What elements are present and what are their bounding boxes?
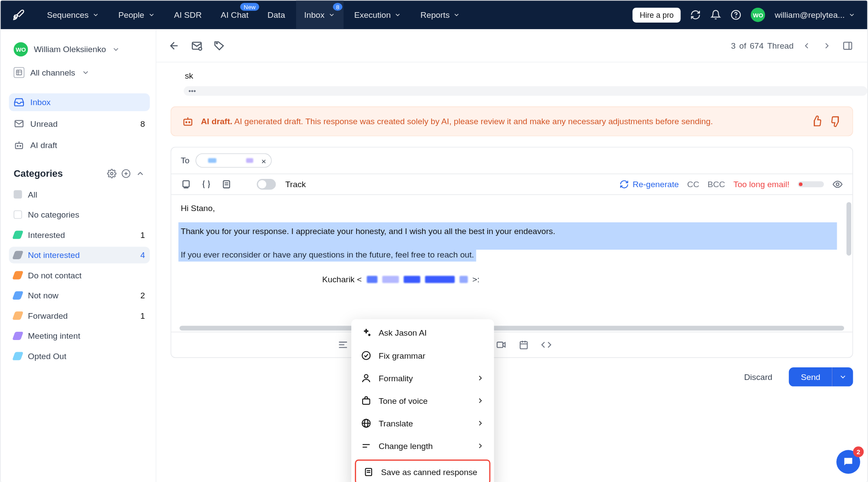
send-dropdown[interactable] — [832, 367, 853, 386]
cat-do-not-contact[interactable]: Do not contact — [9, 267, 150, 284]
expand-thread-button[interactable]: ••• — [184, 86, 867, 96]
mail-icon — [13, 118, 24, 129]
chevron-down-icon — [112, 45, 120, 53]
svg-point-56 — [362, 351, 370, 359]
tag-icon — [12, 291, 23, 300]
align-left-icon[interactable] — [338, 340, 349, 350]
send-button[interactable]: Send — [789, 367, 832, 386]
nav-data[interactable]: Data — [259, 0, 294, 29]
prev-thread-icon[interactable] — [799, 38, 814, 53]
ctx-change-length[interactable]: Change length — [351, 435, 494, 457]
channels-icon — [13, 67, 24, 78]
sidebar-item-unread[interactable]: Unread 8 — [9, 115, 150, 132]
preview-icon[interactable] — [832, 179, 843, 190]
avatar[interactable]: WO — [751, 8, 765, 22]
ctx-tone[interactable]: Tone of voice — [351, 390, 494, 412]
person-icon — [361, 373, 372, 383]
svg-rect-2 — [17, 70, 22, 75]
cat-opted-out[interactable]: Opted Out — [9, 348, 150, 364]
cc-button[interactable]: CC — [687, 179, 700, 189]
remove-recipient-icon[interactable]: × — [261, 156, 266, 166]
cat-all[interactable]: All — [9, 186, 150, 202]
ctx-fix-grammar[interactable]: Fix grammar — [351, 344, 494, 367]
cat-meeting-intent[interactable]: Meeting intent — [9, 327, 150, 344]
discard-button[interactable]: Discard — [736, 367, 781, 386]
panel-icon[interactable] — [840, 38, 855, 53]
recipient-chip[interactable]: × — [195, 153, 271, 168]
regenerate-button[interactable]: Re-generate — [620, 179, 679, 189]
main-panel: 3 of 674 Thread sk ••• AI draft. AI gene… — [156, 29, 867, 482]
inbox-icon — [13, 97, 24, 108]
redacted-text — [366, 276, 377, 283]
thumbs-up-icon[interactable] — [811, 116, 822, 127]
nav-people[interactable]: People — [110, 0, 163, 29]
length-warning: Too long email! — [733, 179, 789, 189]
bell-icon[interactable] — [710, 10, 721, 20]
back-icon[interactable] — [168, 40, 180, 51]
variables-icon[interactable] — [201, 179, 212, 190]
code-icon[interactable] — [541, 340, 552, 350]
nav-inbox[interactable]: Inbox 8 — [296, 0, 343, 29]
gear-icon[interactable] — [107, 169, 116, 178]
snippet-icon[interactable] — [221, 179, 232, 190]
chevron-down-icon — [81, 68, 89, 76]
ctx-ask-ai[interactable]: Ask Jason AI — [351, 322, 494, 344]
logo-rocket-icon[interactable] — [13, 9, 24, 21]
chevron-up-icon[interactable] — [135, 169, 145, 178]
chat-bubble[interactable]: 2 — [836, 450, 860, 474]
nav-ai-sdr[interactable]: AI SDR — [165, 0, 210, 29]
count: 2 — [140, 291, 145, 300]
bcc-button[interactable]: BCC — [707, 179, 725, 189]
sidebar-item-ai-draft[interactable]: AI draft — [9, 136, 150, 154]
selected-text: Thank you for your response. I appreciat… — [178, 222, 837, 250]
cat-no-categories[interactable]: No categories — [9, 206, 150, 223]
ctx-formality[interactable]: Formality — [351, 367, 494, 390]
ctx-translate[interactable]: Translate — [351, 412, 494, 435]
cat-not-interested[interactable]: Not interested 4 — [9, 247, 150, 263]
chevron-down-icon — [328, 11, 335, 18]
thumbs-down-icon[interactable] — [830, 116, 842, 127]
sidebar-user[interactable]: WO William Oleksiienko — [9, 39, 150, 60]
tag-icon — [12, 332, 23, 340]
cat-label: Forwarded — [28, 311, 68, 320]
plus-icon[interactable] — [121, 169, 131, 178]
cat-interested[interactable]: Interested 1 — [9, 227, 150, 243]
chevron-right-icon — [476, 442, 485, 450]
nav-label: Sequences — [47, 10, 89, 20]
sidebar-label: AI draft — [30, 140, 57, 150]
user-email[interactable]: william@replytea... — [775, 10, 855, 20]
svg-point-8 — [20, 145, 21, 146]
mark-read-icon[interactable] — [191, 40, 202, 51]
cat-forwarded[interactable]: Forwarded 1 — [9, 307, 150, 324]
nav-reports[interactable]: Reports — [412, 0, 469, 29]
sidebar-item-inbox[interactable]: Inbox — [9, 93, 150, 111]
cat-not-now[interactable]: Not now 2 — [9, 287, 150, 304]
track-toggle[interactable] — [257, 179, 276, 190]
nav-ai-chat[interactable]: AI Chat New — [212, 0, 257, 29]
help-icon[interactable] — [731, 10, 742, 20]
next-thread-icon[interactable] — [820, 38, 834, 53]
tag-icon[interactable] — [213, 40, 225, 51]
nav-sequences[interactable]: Sequences — [39, 0, 108, 29]
nav-execution[interactable]: Execution — [346, 0, 410, 29]
tag-icon — [12, 352, 23, 360]
cat-label: All — [28, 190, 37, 199]
template-icon[interactable] — [181, 179, 191, 190]
nav-label: Reports — [420, 10, 449, 20]
calendar-icon[interactable] — [518, 340, 529, 350]
bot-icon — [182, 116, 194, 127]
hire-pro-button[interactable]: Hire a pro — [633, 7, 681, 22]
ctx-save-canned[interactable]: Save as canned response — [355, 459, 490, 482]
briefcase-icon — [361, 395, 372, 406]
video-icon[interactable] — [496, 340, 507, 350]
refresh-icon[interactable] — [690, 10, 701, 20]
svg-point-57 — [364, 374, 368, 378]
greeting-text: Hi Stano, — [178, 203, 837, 213]
horizontal-scrollbar[interactable] — [179, 326, 844, 330]
sidebar-channels[interactable]: All channels — [9, 63, 150, 81]
scrollbar[interactable] — [846, 202, 851, 321]
ctx-label: Translate — [379, 419, 413, 428]
thread-toolbar: 3 of 674 Thread — [156, 29, 867, 63]
cat-label: No categories — [28, 210, 79, 219]
email-editor[interactable]: Hi Stano, Thank you for your response. I… — [171, 195, 852, 332]
